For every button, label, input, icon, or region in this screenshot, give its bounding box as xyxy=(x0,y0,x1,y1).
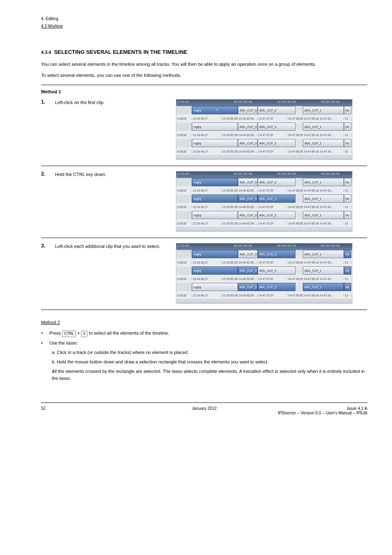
footer-date: January 2012 xyxy=(150,406,259,415)
clip-rugby[interactable]: rugby xyxy=(192,194,238,203)
clip-he[interactable]: he xyxy=(344,211,351,219)
clip-adl3[interactable]: ADL_CLP_3 xyxy=(238,106,258,114)
clip-he[interactable]: he xyxy=(344,139,351,147)
clip-adl2[interactable]: ADL_CLP_2 xyxy=(258,178,295,186)
key-a: A xyxy=(81,331,88,337)
clip-adl3[interactable]: ADL_CLP_3 xyxy=(238,194,258,203)
clip-adl2[interactable]: ADL_CLP_2 xyxy=(258,106,295,114)
clip-rugby[interactable]: rugby xyxy=(192,266,238,275)
clip-adl2[interactable]: ADL_CLP_2 xyxy=(258,266,295,275)
footer-doc-title: IPDirector – Version 6.0 – User's Manual… xyxy=(258,411,367,415)
substep-b: b. Hold the mouse button down and draw a… xyxy=(52,358,268,365)
divider xyxy=(41,238,367,238)
step-number-1: 1. xyxy=(41,99,49,105)
cursor-icon: ↖ xyxy=(215,108,219,113)
clip-adl1[interactable]: ADL_CLP_1 xyxy=(303,123,344,131)
clip-adl3[interactable]: ADL_CLP_3 xyxy=(238,178,258,186)
clip-he[interactable]: he xyxy=(344,194,351,203)
page-footer: 52 January 2012 Issue 4.2.A IPDirector –… xyxy=(41,402,367,415)
clip-adl2[interactable]: ADL_CLP_2 xyxy=(258,139,295,147)
clip-adl3[interactable]: ADL_CLP_3 xyxy=(238,139,258,147)
clip-rugby[interactable]: rugby xyxy=(192,211,238,219)
timeline-scrollbar[interactable] xyxy=(176,299,352,303)
step-text-3: Left-click each additional clip that you… xyxy=(55,243,170,250)
step-number-2: 2. xyxy=(41,171,49,177)
clip-adl1[interactable]: ADL_CLP_1 xyxy=(303,250,344,258)
step-text-2: Hold the CTRL key down. xyxy=(55,171,170,178)
clip-adl1[interactable]: ADL_CLP_1 xyxy=(303,283,344,291)
clip-he[interactable]: he xyxy=(344,106,351,114)
clip-he[interactable]: he xyxy=(344,178,351,186)
clip-rugby[interactable]: rugby xyxy=(192,139,238,147)
clip-adl2[interactable]: ADL_CLP_2 xyxy=(258,283,295,291)
timeline-screenshot-3: 0:10:00 00:00:20:00 00:00:30:00 00:00:40… xyxy=(176,243,353,304)
method1-label: Method 1 xyxy=(41,89,367,94)
footer-issue: Issue 4.2.A xyxy=(258,406,367,411)
bullet-text: Press CTRL + A to select all the element… xyxy=(49,330,169,337)
substep-a: a. Click in a track (or outside the trac… xyxy=(52,349,189,356)
clip-adl2[interactable]: ADL_CLP_2 xyxy=(258,123,295,131)
header-underline: 4.3 Working xyxy=(41,24,63,28)
timeline-scrollbar[interactable] xyxy=(176,227,352,231)
clip-he[interactable]: he xyxy=(344,283,351,291)
clip-adl1[interactable]: ADL_CLP_1 xyxy=(303,139,344,147)
bullet-icon: • xyxy=(41,340,45,347)
intro-paragraph-1: You can select several elements in the t… xyxy=(41,61,367,68)
method2-heading: Method 2 xyxy=(41,320,367,325)
section-heading: SELECTING SEVERAL ELEMENTS IN THE TIMELI… xyxy=(54,49,187,55)
clip-rugby[interactable]: rugby xyxy=(192,250,238,258)
clip-adl3[interactable]: ADL_CLP_3 xyxy=(238,250,258,258)
clip-adl2[interactable]: ADL_CLP_2 xyxy=(258,194,295,203)
timeline-scrollbar[interactable] xyxy=(176,155,352,160)
substep-note: All the elements crossed by the rectangl… xyxy=(52,368,367,382)
clip-adl1[interactable]: ADL_CLP_1 xyxy=(303,194,344,203)
clip-adl1[interactable]: ADL_CLP_1 xyxy=(303,106,344,114)
clip-adl3[interactable]: ADL_CLP_3 xyxy=(238,283,258,291)
clip-adl1[interactable]: ADL_CLP_1 xyxy=(303,211,344,219)
header-chapter: 4. Editing xyxy=(41,16,367,21)
clip-adl2[interactable]: ADL_CLP_2 xyxy=(258,211,295,219)
bullet-icon: • xyxy=(41,330,45,337)
divider xyxy=(41,310,367,310)
clip-he[interactable]: he xyxy=(344,266,351,275)
divider xyxy=(41,85,367,85)
clip-he[interactable]: he xyxy=(344,123,351,131)
clip-he[interactable]: he xyxy=(344,250,351,258)
clip-adl3[interactable]: ADL_CLP_3 xyxy=(238,211,258,219)
clip-adl1[interactable]: ADL_CLP_1 xyxy=(303,178,344,186)
clip-rugby[interactable]: rugby xyxy=(192,178,238,186)
intro-paragraph-2: To select several elements, you can use … xyxy=(41,72,367,79)
step-text-1: Left-click on the first clip. xyxy=(55,99,170,106)
divider xyxy=(41,166,367,166)
step-number-3: 3. xyxy=(41,243,49,249)
section-number: 4.3.4 xyxy=(41,50,51,55)
clip-rugby[interactable]: rugby xyxy=(192,283,238,291)
key-ctrl: CTRL xyxy=(62,331,76,337)
timeline-screenshot-2: 0:10:00 00:00:20:00 00:00:30:00 00:00:40… xyxy=(176,171,353,232)
clip-rugby[interactable]: rugby ↖ xyxy=(192,106,238,114)
clip-adl1[interactable]: ADL_CLP_1 xyxy=(303,266,344,275)
clip-rugby[interactable]: rugby xyxy=(192,123,238,131)
clip-adl2[interactable]: ADL_CLP_2 ↖ xyxy=(258,250,295,258)
timeline-screenshot-1: 0:10:00 00:00:20:00 00:00:30:00 00:00:40… xyxy=(176,99,353,160)
section-title: 4.3.4 SELECTING SEVERAL ELEMENTS IN THE … xyxy=(41,49,367,55)
bullet-text: Use the lasso: xyxy=(49,340,78,347)
timeline-ruler: 0:10:00 00:00:20:00 00:00:30:00 00:00:40… xyxy=(176,99,352,106)
clip-adl3[interactable]: ADL_CLP_3 xyxy=(238,266,258,275)
clip-adl3[interactable]: ADL_CLP_3 xyxy=(238,123,258,131)
page-number: 52 xyxy=(41,406,150,415)
